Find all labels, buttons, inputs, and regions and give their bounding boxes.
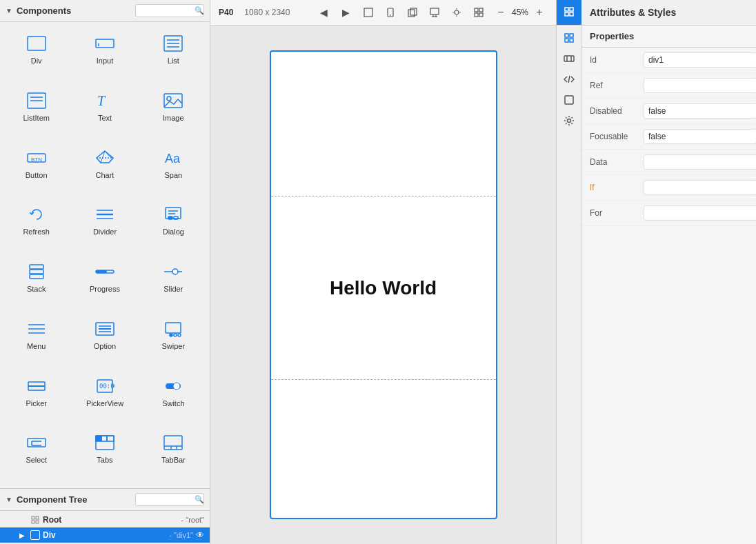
menu-icon [24,319,49,339]
component-div[interactable]: Div [3,28,70,83]
text-label: Text [98,114,112,122]
svg-rect-57 [96,436,101,441]
component-progress[interactable]: Progress [71,256,138,312]
component-divider[interactable]: Divider [71,199,138,254]
prop-input-data[interactable] [644,154,756,170]
zoom-in-button[interactable]: + [531,4,548,21]
mobile-button[interactable] [382,4,399,21]
svg-rect-92 [565,39,568,42]
tabs-label: Tabs [97,456,112,464]
component-option[interactable]: Option [71,313,138,369]
pickerview-label: PickerView [86,399,123,407]
components-header: ▼ Components 🔍 [0,0,210,22]
zoom-level: 45% [512,8,528,17]
svg-rect-39 [166,323,181,333]
undo-button[interactable]: ◀ [316,4,332,21]
properties-tab-icon[interactable] [557,0,581,25]
desktop-button[interactable] [426,4,443,21]
right-panel-title: Attributes & Styles [581,0,684,25]
eye-icon[interactable]: 👁 [196,530,204,540]
refresh-icon [24,204,49,225]
root-grid-icon [30,515,40,525]
svg-rect-65 [36,516,39,519]
prop-row-ref: Ref [581,73,756,99]
component-refresh[interactable]: Refresh [3,199,70,254]
component-select[interactable]: Select [3,427,70,483]
canvas-area[interactable]: Hello World [210,26,556,544]
svg-rect-25 [30,265,43,269]
copy-button[interactable] [404,4,421,21]
prop-input-for[interactable] [644,205,756,221]
frame-top [271,52,496,197]
button-icon: BTN [24,148,49,168]
component-tree-section: ▼ Component Tree 🔍 R [0,488,210,544]
frame-button[interactable] [360,4,377,21]
component-picker[interactable]: Picker [3,370,70,426]
component-input[interactable]: Input [71,28,138,83]
frame-icon-btn[interactable] [559,90,579,110]
component-button[interactable]: BTN Button [3,142,70,198]
component-tabs[interactable]: Tabs [71,427,138,483]
prop-input-if[interactable] [644,180,756,195]
svg-rect-58 [101,436,107,441]
tree-row-root[interactable]: Root - "root" [0,512,210,527]
tree-search-input[interactable] [139,496,195,504]
device-label: P40 [219,8,233,17]
component-listitem[interactable]: ListItem [3,85,70,141]
prop-label-focusable: Focusable [590,132,638,141]
swiper-label: Swiper [162,342,186,350]
properties-icon-btn[interactable] [559,28,579,48]
zoom-out-button[interactable]: − [493,4,509,21]
component-slider[interactable]: Slider [140,256,207,312]
components-search-input[interactable] [139,7,195,15]
svg-rect-82 [475,8,478,12]
div-arrow: ▶ [19,532,28,539]
component-span[interactable]: Aa Span [140,142,207,198]
svg-rect-86 [565,8,568,11]
component-pickerview[interactable]: 00:00 PickerView [71,370,138,426]
component-dialog[interactable]: Dialog [140,199,207,254]
right-content: Properties Id Ref Disabled Focusable Dat… [557,26,756,544]
sun-button[interactable] [448,4,465,21]
prop-row-focusable: Focusable [581,124,756,150]
tree-header: ▼ Component Tree 🔍 [0,489,210,511]
component-tabbar[interactable]: TabBar [140,427,207,483]
hello-world-text: Hello World [330,277,437,299]
prop-input-disabled[interactable] [644,103,756,119]
component-image[interactable]: Image [140,85,207,141]
grid-layout-button[interactable] [470,4,487,21]
tree-row-div[interactable]: ▶ Div - "div1" 👁 [0,527,210,543]
component-menu[interactable]: Menu [3,313,70,369]
svg-point-41 [174,334,177,336]
component-switch[interactable]: Switch [140,370,207,426]
tree-search-icon: 🔍 [195,495,204,504]
listitem-icon [24,90,49,111]
collapse-icon[interactable]: ▼ [6,7,12,14]
svg-point-51 [173,383,180,390]
component-stack[interactable]: Stack [3,256,70,312]
layout-icon-btn[interactable] [559,49,579,68]
prop-label-if: If [590,183,638,192]
component-swiper[interactable]: Swiper [140,313,207,369]
span-label: Span [164,171,182,179]
component-chart[interactable]: Chart [71,142,138,198]
component-text[interactable]: T Text [71,85,138,141]
code-icon-btn[interactable] [559,70,579,89]
components-title: Components [17,6,131,16]
picker-icon [24,376,49,396]
svg-rect-67 [36,521,39,523]
redo-button[interactable]: ▶ [338,4,355,21]
chart-icon [92,148,117,168]
tree-root-meta: - "root" [181,516,204,524]
settings-icon-btn[interactable] [559,111,579,130]
component-list[interactable]: List [140,28,207,83]
prop-input-focusable[interactable] [644,129,756,144]
tree-collapse-icon[interactable]: ▼ [6,496,12,503]
svg-rect-59 [107,436,114,441]
svg-text:T: T [97,93,106,108]
svg-rect-23 [168,216,172,219]
prop-input-ref[interactable] [644,78,756,93]
picker-label: Picker [26,399,47,407]
prop-row-data: Data [581,150,756,175]
prop-input-id[interactable] [644,52,756,68]
